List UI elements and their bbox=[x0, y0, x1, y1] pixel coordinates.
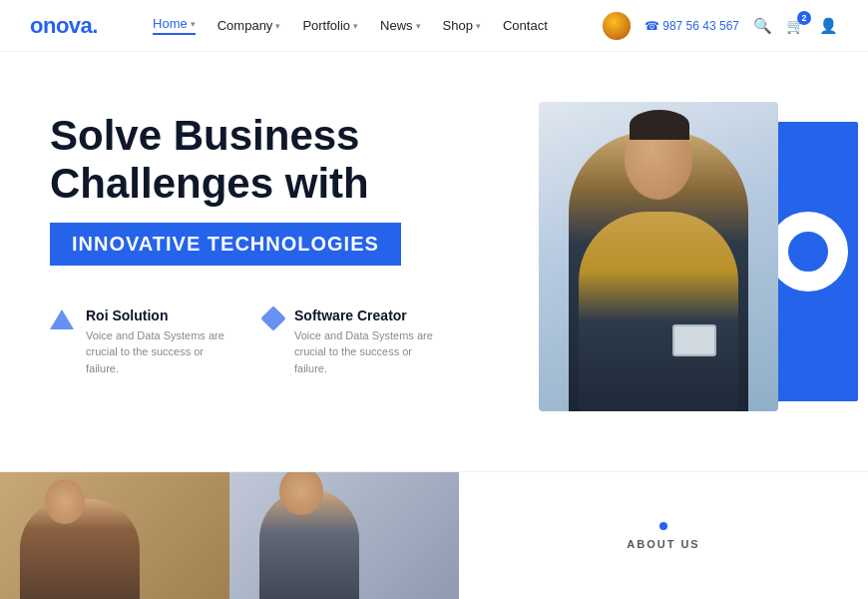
triangle-icon bbox=[50, 309, 74, 329]
hero-text: Solve Business Challenges with INNOVATIV… bbox=[50, 102, 479, 376]
hero-image-side bbox=[479, 102, 838, 441]
phone-number: ☎ 987 56 43 567 bbox=[645, 19, 739, 33]
bottom-image-1 bbox=[0, 472, 229, 599]
navbar: onova. Home ▾ Company ▾ Portfolio ▾ News… bbox=[0, 0, 868, 52]
search-icon[interactable]: 🔍 bbox=[753, 17, 772, 35]
nav-right: ☎ 987 56 43 567 🔍 🛒 2 👤 bbox=[603, 12, 838, 40]
feature-roi-desc: Voice and Data Systems are crucial to th… bbox=[86, 327, 224, 377]
about-dot-decoration bbox=[659, 522, 667, 530]
nav-links: Home ▾ Company ▾ Portfolio ▾ News ▾ Shop bbox=[153, 16, 548, 35]
cart-badge: 2 bbox=[797, 11, 811, 25]
nav-item-news[interactable]: News ▾ bbox=[380, 18, 421, 33]
nav-item-company[interactable]: Company ▾ bbox=[217, 18, 281, 33]
logo-text: onova bbox=[30, 13, 92, 38]
bottom-about: ABOUT US bbox=[459, 472, 868, 599]
bottom-strip: ABOUT US bbox=[0, 471, 868, 599]
feature-software: Software Creator Voice and Data Systems … bbox=[264, 307, 439, 377]
arrow-icon: ▾ bbox=[191, 19, 196, 29]
bottom-person-1 bbox=[20, 499, 140, 599]
logo-dot: . bbox=[92, 13, 98, 38]
arrow-icon: ▾ bbox=[275, 21, 280, 31]
person-head bbox=[625, 120, 692, 200]
arrow-icon: ▾ bbox=[416, 21, 421, 31]
arrow-icon: ▾ bbox=[476, 21, 481, 31]
user-icon[interactable]: 👤 bbox=[819, 17, 838, 35]
hero-section: Solve Business Challenges with INNOVATIV… bbox=[0, 52, 868, 471]
bottom-person-2 bbox=[259, 489, 359, 599]
feature-roi-title: Roi Solution bbox=[86, 307, 224, 323]
avatar[interactable] bbox=[603, 12, 631, 40]
hero-heading: Solve Business Challenges with bbox=[50, 112, 479, 209]
bottom-image-2 bbox=[229, 472, 459, 599]
feature-software-desc: Voice and Data Systems are crucial to th… bbox=[294, 327, 439, 377]
logo[interactable]: onova. bbox=[30, 13, 98, 39]
person-tablet bbox=[672, 324, 716, 356]
nav-item-portfolio[interactable]: Portfolio ▾ bbox=[302, 18, 358, 33]
feature-roi: Roi Solution Voice and Data Systems are … bbox=[50, 307, 224, 377]
diamond-icon bbox=[264, 309, 282, 327]
person-body bbox=[579, 212, 738, 411]
cart-wrapper[interactable]: 🛒 2 bbox=[786, 17, 805, 35]
about-label: ABOUT US bbox=[627, 538, 699, 550]
hero-features: Roi Solution Voice and Data Systems are … bbox=[50, 307, 479, 377]
arrow-icon: ▾ bbox=[353, 21, 358, 31]
hero-badge: INNOVATIVE TECHNOLOGIES bbox=[50, 223, 401, 266]
nav-item-contact[interactable]: Contact bbox=[503, 18, 548, 33]
nav-item-shop[interactable]: Shop ▾ bbox=[443, 18, 481, 33]
nav-item-home[interactable]: Home ▾ bbox=[153, 16, 196, 35]
blue-circle-decoration bbox=[768, 212, 848, 292]
feature-software-title: Software Creator bbox=[294, 307, 439, 323]
hero-person-image bbox=[539, 102, 778, 411]
